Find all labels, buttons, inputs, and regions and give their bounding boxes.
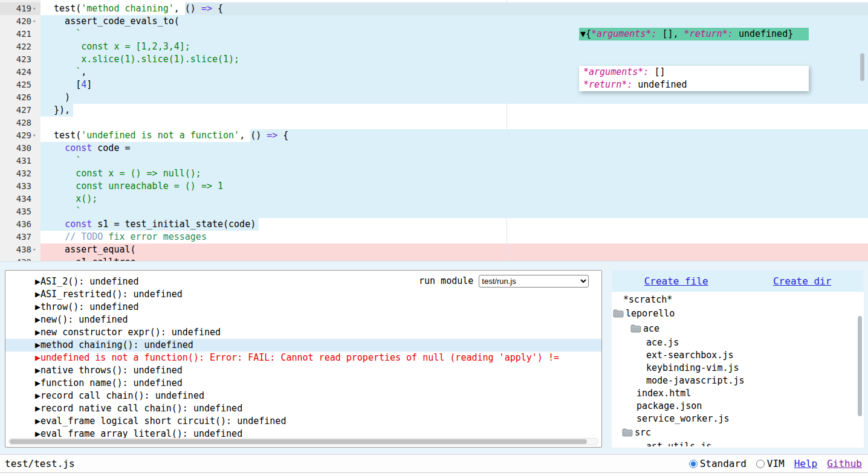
gutter-cell[interactable]: 421 (0, 28, 40, 40)
code-token: [ (43, 79, 81, 90)
code-line[interactable]: assert_equal(438▾ (0, 243, 868, 256)
tooltip-row[interactable]: *return*: undefined (583, 79, 809, 91)
code-line-text: assert_equal( (43, 243, 136, 256)
fold-arrow-icon[interactable]: ▾ (33, 15, 40, 28)
tooltip-token: } (788, 28, 793, 39)
gutter-cell[interactable]: 419▾ (0, 2, 40, 15)
file-tree-scrollbar[interactable] (858, 316, 862, 416)
tree-file[interactable]: ace.js (612, 336, 864, 349)
help-link[interactable]: Help (794, 458, 818, 469)
gutter-cell[interactable]: 435 (0, 205, 40, 218)
tree-folder[interactable]: src (612, 425, 864, 440)
line-number: 427 (0, 104, 31, 117)
tree-item-label: service_worker.js (636, 413, 730, 425)
code-line[interactable]: `431 (0, 155, 868, 167)
fold-arrow-icon[interactable]: ▾ (33, 2, 40, 15)
line-highlight (40, 155, 868, 167)
create-dir-link[interactable]: Create dir (773, 275, 831, 287)
code-line-text: }), (43, 104, 70, 117)
code-token: 4 (81, 79, 86, 90)
test-result-item[interactable]: ▶new(): undefined (5, 314, 601, 326)
code-line[interactable]: const x = () => null();432 (0, 167, 868, 180)
test-result-item[interactable]: ▶record native call chain(): undefined (5, 402, 601, 415)
tooltip-header-row[interactable]: ▼{*arguments*: [], *return*: undefined} (579, 28, 809, 40)
line-highlight (40, 142, 868, 155)
code-line[interactable]: x();434 (0, 193, 868, 205)
tooltip-token: undefined (739, 28, 788, 39)
tooltip-token: [] (662, 28, 673, 39)
test-result-item[interactable]: ▶method chaining(): undefined (5, 339, 601, 352)
standard-radio[interactable] (689, 460, 698, 468)
github-link[interactable]: Github (827, 458, 862, 469)
code-line-text: const code = (43, 142, 131, 155)
code-line[interactable]: `435 (0, 205, 868, 218)
code-line[interactable]: s1.calltree439 (0, 256, 868, 262)
gutter-cell[interactable]: 438▾ (0, 243, 40, 256)
page-bottom-strip (0, 474, 868, 476)
tree-file[interactable]: package.json (612, 399, 864, 412)
gutter-cell[interactable]: 428 (0, 117, 40, 129)
tree-file[interactable]: ast_utils.js (612, 440, 864, 446)
code-token: 'undefined is not a function' (81, 130, 239, 141)
gutter-cell[interactable]: 422 (0, 40, 40, 53)
test-result-item[interactable]: ▶record call chain(): undefined (5, 390, 601, 402)
tooltip-token: undefined (638, 79, 687, 90)
fold-arrow-icon[interactable]: ▾ (33, 129, 40, 142)
run-module-select[interactable]: test/run.js (479, 275, 589, 288)
code-token (43, 155, 76, 166)
gutter-cell[interactable]: 425 (0, 79, 40, 91)
keybinding-standard-option[interactable]: Standard (689, 458, 747, 469)
gutter-cell[interactable]: 436 (0, 218, 40, 231)
test-result-item[interactable]: ▶eval_frame logical short circuit(): und… (5, 415, 601, 428)
code-editor[interactable]: test('method chaining', () => {419▾ asse… (0, 0, 868, 262)
horizontal-scrollbar-track[interactable] (8, 438, 598, 445)
gutter-cell[interactable]: 429▾ (0, 129, 40, 142)
horizontal-scrollbar-thumb[interactable] (10, 439, 587, 444)
gutter-cell[interactable]: 433 (0, 180, 40, 193)
tree-folder[interactable]: ace (612, 321, 864, 336)
code-line[interactable]: const code =430 (0, 142, 868, 155)
line-number: 420 (0, 15, 31, 28)
create-file-link[interactable]: Create file (644, 275, 708, 287)
tree-file[interactable]: mode-javascript.js (612, 374, 864, 387)
tree-folder[interactable]: leporello (612, 306, 864, 321)
test-result-item[interactable]: ▶throw(): undefined (5, 301, 601, 314)
line-number: 425 (0, 79, 31, 91)
code-token: { (212, 3, 223, 14)
tooltip-row[interactable]: *arguments*: [] (583, 66, 809, 79)
gutter-cell[interactable]: 432 (0, 167, 40, 180)
gutter-cell[interactable]: 420▾ (0, 15, 40, 28)
test-result-item[interactable]: ▶function name(): undefined (5, 377, 601, 390)
gutter-cell[interactable]: 423 (0, 53, 40, 66)
gutter-cell[interactable]: 439 (0, 256, 40, 262)
test-result-item[interactable]: ▶native throws(): undefined (5, 364, 601, 377)
gutter-cell[interactable]: 430 (0, 142, 40, 155)
test-result-item[interactable]: ▶new constructor expr(): undefined (5, 326, 601, 339)
code-line[interactable]: const unreachable = () => 1433 (0, 180, 868, 193)
tree-file[interactable]: service_worker.js (612, 412, 864, 425)
gutter-cell[interactable]: 426 (0, 91, 40, 104)
vim-radio[interactable] (756, 460, 765, 468)
gutter-cell[interactable]: 427 (0, 104, 40, 117)
gutter-cell[interactable]: 434 (0, 193, 40, 205)
tree-file[interactable]: keybinding-vim.js (612, 361, 864, 374)
gutter-cell[interactable]: 424 (0, 66, 40, 79)
test-result-item[interactable]: ▶ASI_restrited(): undefined (5, 288, 601, 301)
editor-vertical-scrollbar[interactable] (860, 53, 864, 81)
code-line[interactable]: const s1 = test_initial_state(code)436 (0, 218, 868, 231)
code-line[interactable]: // TODO fix error messages437 (0, 231, 868, 243)
code-line[interactable]: test('undefined is not a function', () =… (0, 129, 868, 142)
test-result-item[interactable]: ▶undefined is not a function(): Error: F… (5, 352, 601, 364)
keybinding-vim-option[interactable]: VIM (756, 458, 785, 469)
tooltip-token: , (673, 28, 684, 39)
tree-file[interactable]: ext-searchbox.js (612, 349, 864, 361)
code-token: s1 = test_initial_state(code) (92, 219, 256, 230)
gutter-cell[interactable]: 437 (0, 231, 40, 243)
tree-file[interactable]: index.html (612, 387, 864, 399)
tree-item-label: keybinding-vim.js (646, 362, 739, 374)
code-line[interactable]: 428 (0, 117, 868, 129)
fold-arrow-icon[interactable]: ▾ (33, 243, 40, 256)
gutter-cell[interactable]: 431 (0, 155, 40, 167)
tooltip-token: *arguments* (591, 28, 651, 39)
tree-file[interactable]: *scratch* (612, 293, 864, 306)
